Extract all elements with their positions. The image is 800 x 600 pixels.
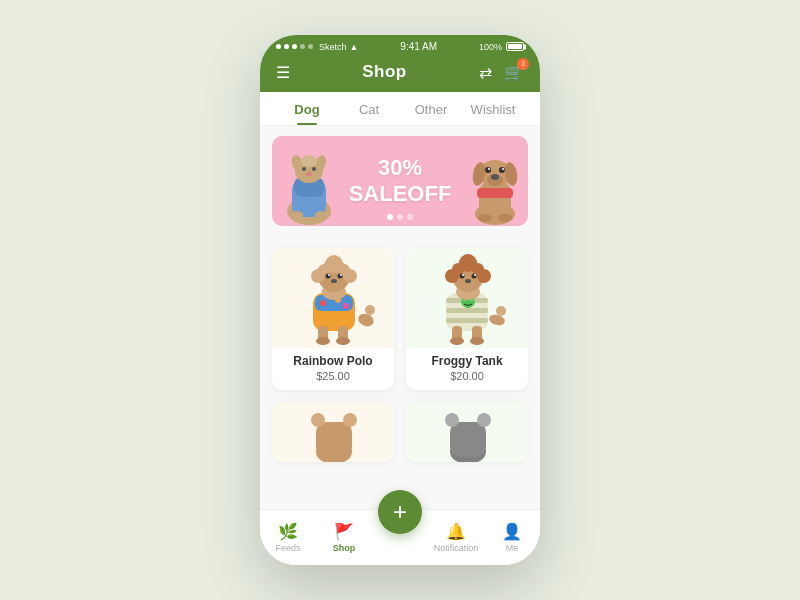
poodle-rainbow-polo-svg — [288, 248, 378, 348]
poodle-left-illustration — [272, 141, 347, 226]
phone-frame: Sketch ▲ 9:41 AM 100% ☰ Shop ⇄ 🛒 3 Dog C… — [260, 35, 540, 565]
product-card-froggy-tank[interactable]: Froggy Tank $20.00 — [406, 248, 528, 390]
svg-point-70 — [472, 274, 477, 279]
cart-count: 3 — [517, 58, 529, 70]
svg-point-27 — [365, 305, 375, 315]
signal-dot-3 — [292, 44, 297, 49]
product-price-rainbow-polo: $25.00 — [280, 370, 386, 382]
nav-me[interactable]: 👤 Me — [484, 516, 540, 559]
svg-point-45 — [340, 274, 342, 276]
svg-point-11 — [315, 211, 327, 219]
nav-add: + — [372, 532, 428, 544]
header-actions: ⇄ 🛒 3 — [479, 63, 524, 82]
nav-notification[interactable]: 🔔 Notification — [428, 516, 484, 559]
product-card-4[interactable] — [406, 402, 528, 462]
svg-point-82 — [445, 413, 459, 427]
notification-label: Notification — [434, 543, 479, 553]
svg-point-8 — [306, 172, 312, 176]
product-name-rainbow-polo: Rainbow Polo — [280, 354, 386, 368]
svg-point-71 — [462, 274, 464, 276]
nav-shop[interactable]: 🚩 Shop — [316, 516, 372, 559]
product-image-4 — [406, 402, 528, 462]
svg-point-62 — [450, 337, 464, 345]
carrier-label: Sketch — [319, 42, 347, 52]
svg-rect-54 — [446, 318, 488, 323]
bottom-navigation: 🌿 Feeds 🚩 Shop + 🔔 Notification 👤 Me — [260, 509, 540, 565]
dot-2[interactable] — [397, 214, 403, 220]
poodle-4-svg — [422, 402, 512, 462]
product-info-froggy-tank: Froggy Tank $20.00 — [406, 348, 528, 390]
svg-point-36 — [336, 337, 350, 345]
svg-rect-77 — [316, 422, 352, 457]
shop-icon: 🚩 — [334, 522, 354, 541]
svg-point-47 — [311, 269, 325, 283]
signal-dot-2 — [284, 44, 289, 49]
page-title: Shop — [362, 62, 407, 82]
svg-point-20 — [488, 168, 490, 170]
battery-area: 100% — [479, 42, 524, 52]
wifi-icon: ▲ — [350, 42, 359, 52]
product-card-3[interactable] — [272, 402, 394, 462]
header: ☰ Shop ⇄ 🛒 3 — [260, 56, 540, 92]
cart-button[interactable]: 🛒 3 — [504, 63, 524, 82]
tab-cat[interactable]: Cat — [338, 92, 400, 125]
svg-rect-81 — [450, 422, 486, 457]
svg-point-7 — [312, 167, 316, 171]
dog-right-illustration — [463, 146, 528, 226]
svg-point-44 — [328, 274, 330, 276]
poodle-froggy-tank-svg — [422, 248, 512, 348]
signal-area: Sketch ▲ — [276, 42, 358, 52]
banner-sale-text: 30% SALEOFF — [349, 155, 452, 208]
signal-dot-4 — [300, 44, 305, 49]
dot-3[interactable] — [407, 214, 413, 220]
tab-other[interactable]: Other — [400, 92, 462, 125]
add-button[interactable]: + — [378, 490, 422, 534]
product-image-froggy-tank — [406, 248, 528, 348]
battery-percent: 100% — [479, 42, 502, 52]
product-name-froggy-tank: Froggy Tank — [414, 354, 520, 368]
svg-point-19 — [499, 167, 505, 173]
svg-point-63 — [470, 337, 484, 345]
svg-point-30 — [320, 300, 326, 306]
shuffle-icon[interactable]: ⇄ — [479, 63, 492, 82]
shop-label: Shop — [333, 543, 356, 553]
svg-rect-53 — [446, 308, 488, 313]
svg-point-43 — [338, 274, 343, 279]
tab-dog[interactable]: Dog — [276, 92, 338, 125]
banner-dots — [387, 214, 413, 220]
svg-point-79 — [343, 413, 357, 427]
banner-animal-left — [272, 141, 347, 226]
svg-point-9 — [301, 155, 317, 167]
svg-point-35 — [316, 337, 330, 345]
sale-label: SALEOFF — [349, 181, 452, 207]
svg-point-69 — [460, 274, 465, 279]
svg-point-74 — [445, 269, 459, 283]
svg-point-18 — [485, 167, 491, 173]
dot-1[interactable] — [387, 214, 393, 220]
tab-wishlist[interactable]: Wishlist — [462, 92, 524, 125]
products-grid: Rainbow Polo $25.00 — [260, 236, 540, 474]
nav-feeds[interactable]: 🌿 Feeds — [260, 516, 316, 559]
me-icon: 👤 — [502, 522, 522, 541]
promo-banner[interactable]: 30% SALEOFF — [272, 136, 528, 226]
svg-point-83 — [477, 413, 491, 427]
svg-point-6 — [302, 167, 306, 171]
product-image-3 — [272, 402, 394, 462]
svg-point-42 — [326, 274, 331, 279]
signal-dot-5 — [308, 44, 313, 49]
category-tabs: Dog Cat Other Wishlist — [260, 92, 540, 126]
product-card-rainbow-polo[interactable]: Rainbow Polo $25.00 — [272, 248, 394, 390]
battery-fill — [508, 44, 522, 49]
svg-point-24 — [478, 214, 492, 222]
notification-icon: 🔔 — [446, 522, 466, 541]
menu-icon[interactable]: ☰ — [276, 63, 290, 82]
svg-point-78 — [311, 413, 325, 427]
svg-point-46 — [331, 279, 337, 283]
content-area: 30% SALEOFF — [260, 126, 540, 509]
banner-animal-right — [463, 146, 528, 226]
svg-point-73 — [465, 279, 471, 283]
svg-point-72 — [474, 274, 476, 276]
svg-point-17 — [491, 174, 499, 180]
svg-point-48 — [343, 269, 357, 283]
status-time: 9:41 AM — [400, 41, 437, 52]
